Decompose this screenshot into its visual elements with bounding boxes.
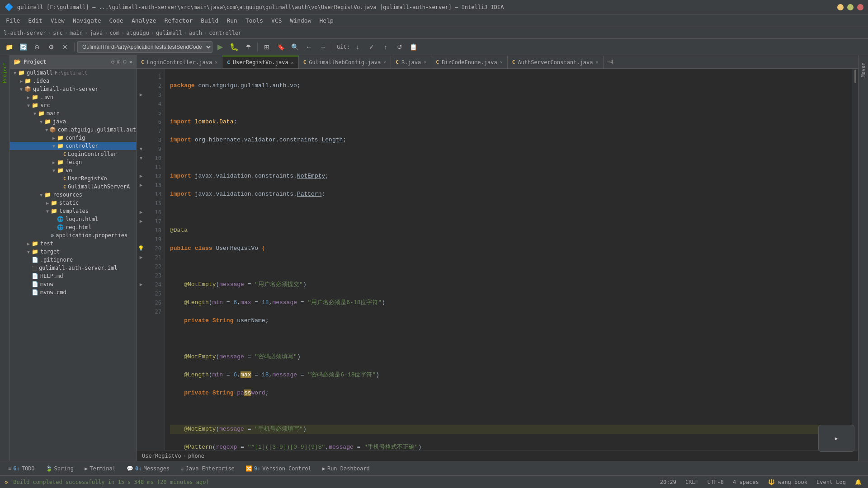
cursor-position[interactable]: 20:29	[658, 479, 678, 485]
breadcrumb-item[interactable]: src	[53, 30, 63, 36]
tree-item-login-html[interactable]: 🌐 login.html	[10, 215, 136, 223]
run-configuration-select[interactable]: GulimallThirdPartyApplicationTests.testS…	[77, 41, 212, 53]
toolbar-settings[interactable]: ⚙	[45, 41, 57, 53]
maximize-button[interactable]	[847, 4, 854, 10]
close-button[interactable]	[857, 4, 863, 10]
tree-item-gulimall[interactable]: ▼ 📁 gulimall F:\gulimall	[10, 69, 136, 77]
breadcrumb-class[interactable]: UserRegistVo	[142, 453, 181, 459]
menu-build[interactable]: Build	[197, 16, 222, 25]
sidebar-close-icon[interactable]: ✕	[129, 59, 132, 65]
run-with-coverage[interactable]: ☂	[242, 41, 255, 53]
gutter-fold-17[interactable]: ▶	[137, 217, 145, 226]
breadcrumb-item[interactable]: auth	[189, 30, 202, 36]
menu-view[interactable]: View	[47, 16, 68, 25]
gutter-fold-9[interactable]: ▼	[137, 145, 145, 154]
tab-java-enterprise[interactable]: ☕ Java Enterprise	[176, 463, 239, 474]
maven-tab[interactable]: Maven	[859, 59, 867, 81]
tree-item-reg-html[interactable]: 🌐 reg.html	[10, 223, 136, 231]
tree-item-test[interactable]: ▶ 📁 test	[10, 239, 136, 248]
tree-item-target[interactable]: ▼ 📁 target	[10, 248, 136, 256]
menu-tools[interactable]: Tools	[242, 16, 267, 25]
gutter-fold-1[interactable]	[137, 72, 145, 81]
tab-run-dashboard[interactable]: ▶ Run Dashboard	[318, 463, 374, 474]
gutter-fold-10[interactable]: ▼	[137, 154, 145, 163]
tab-messages[interactable]: 💬 0: Messages	[122, 463, 174, 474]
tree-item-iml[interactable]: ⬛ gulimall-auth-server.iml	[10, 264, 136, 272]
tab-bizcode[interactable]: C BizCodeEnume.java ✕	[431, 56, 507, 68]
tab-spring[interactable]: 🍃 Spring	[41, 463, 78, 474]
build-status[interactable]: Build completed successfully in 15 s 348…	[11, 479, 211, 485]
tree-item-auth-server[interactable]: ▼ 📦 gulimall-auth-server	[10, 85, 136, 93]
tab-gulimallwebconfig[interactable]: C GulimallWebConfig.java ✕	[299, 56, 392, 68]
breadcrumb-item[interactable]: java	[90, 30, 103, 36]
git-commit[interactable]: ✓	[365, 41, 378, 53]
menu-file[interactable]: File	[2, 16, 24, 25]
breadcrumb-item[interactable]: l-auth-server	[4, 30, 46, 36]
toolbar-back[interactable]: ←	[302, 41, 315, 53]
tab-close-authconstant[interactable]: ✕	[596, 60, 599, 65]
event-log[interactable]: Event Log	[815, 479, 848, 485]
indent[interactable]: 4 spaces	[731, 479, 761, 485]
tab-todo[interactable]: ≡ 6: TODO	[4, 463, 39, 474]
menu-edit[interactable]: Edit	[24, 16, 46, 25]
tab-r[interactable]: C R.java ✕	[391, 56, 431, 68]
git-user[interactable]: 🔱 wang_book	[766, 479, 809, 485]
tab-close-bizcode[interactable]: ✕	[500, 60, 503, 65]
toolbar-profiler[interactable]: ⊞	[260, 41, 273, 53]
gutter-fold-21[interactable]: ▶	[137, 253, 145, 262]
tree-item-java[interactable]: ▼ 📁 java	[10, 117, 136, 126]
tree-item-static[interactable]: ▶ 📁 static	[10, 199, 136, 207]
tab-userregistvo[interactable]: C UserRegistVo.java ✕	[222, 56, 298, 68]
tree-item-idea[interactable]: ▶ 📁 .idea	[10, 77, 136, 85]
sidebar-settings-icon[interactable]: ⚙	[111, 59, 114, 65]
git-push[interactable]: ↑	[379, 41, 392, 53]
debug-button[interactable]: 🐛	[228, 41, 241, 53]
menu-code[interactable]: Code	[106, 16, 127, 25]
gutter-fold-13[interactable]: ▶	[137, 181, 145, 190]
menu-window[interactable]: Window	[287, 16, 315, 25]
tree-item-mvnwcmd[interactable]: 📄 mvnw.cmd	[10, 288, 136, 296]
tree-item-config[interactable]: ▶ 📁 config	[10, 134, 136, 142]
tree-item-gitignore[interactable]: 📄 .gitignore	[10, 256, 136, 264]
breadcrumb-item[interactable]: atguigu	[126, 30, 149, 36]
tree-item-templates[interactable]: ▼ 📁 templates	[10, 207, 136, 215]
breadcrumb-item[interactable]: controller	[209, 30, 241, 36]
project-tree-toggle[interactable]: 📁	[3, 41, 15, 53]
menu-refactor[interactable]: Refactor	[161, 16, 197, 25]
git-history[interactable]: 📋	[407, 41, 420, 53]
tab-close-r[interactable]: ✕	[424, 60, 426, 65]
git-update[interactable]: ↓	[351, 41, 364, 53]
breadcrumb-item[interactable]: gulimall	[156, 30, 182, 36]
tree-item-feign[interactable]: ▶ 📁 feign	[10, 158, 136, 166]
tab-logincontroller[interactable]: C LoginController.java ✕	[137, 56, 222, 68]
tree-item-resources[interactable]: ▼ 📁 resources	[10, 191, 136, 199]
tab-version-control[interactable]: 🔀 9: Version Control	[241, 463, 316, 474]
breadcrumb-field[interactable]: phone	[188, 453, 204, 459]
gutter-fold-12[interactable]: ▶	[137, 172, 145, 181]
tree-item-mvnw[interactable]: 📄 mvnw	[10, 280, 136, 288]
menu-run[interactable]: Run	[223, 16, 241, 25]
tab-terminal[interactable]: ▶ Terminal	[80, 463, 120, 474]
gutter-fold-3[interactable]: ▶	[137, 90, 145, 99]
code-content[interactable]: package com.atguigu.gulimall.auth.vo; im…	[165, 69, 852, 450]
tree-item-logincontroller[interactable]: C LoginController	[10, 150, 136, 158]
tree-item-userregistvo[interactable]: C UserRegistVo	[10, 174, 136, 183]
tree-item-package[interactable]: ▼ 📦 com.atguigu.gulimall.aut	[10, 126, 136, 134]
tab-close-userregistvo[interactable]: ✕	[291, 60, 294, 65]
menu-vcs[interactable]: VCS	[268, 16, 285, 25]
toolbar-search[interactable]: 🔍	[288, 41, 301, 53]
gutter-fold-24[interactable]: ▶	[137, 280, 145, 289]
tree-item-src[interactable]: ▼ 📁 src	[10, 101, 136, 109]
toolbar-collapse[interactable]: ⊖	[31, 41, 43, 53]
run-button[interactable]: ▶	[214, 41, 226, 53]
notifications[interactable]: 🔔	[853, 479, 863, 485]
tree-item-mvn[interactable]: ▶ 📁 .mvn	[10, 93, 136, 101]
menu-help[interactable]: Help	[316, 16, 337, 25]
tab-authserverconstant[interactable]: C AuthServerConstant.java ✕	[508, 56, 604, 68]
tree-item-helpmd[interactable]: 📄 HELP.md	[10, 272, 136, 280]
encoding[interactable]: UTF-8	[706, 479, 726, 485]
tree-item-appprops[interactable]: ⚙ application.properties	[10, 231, 136, 239]
tab-close-login[interactable]: ✕	[215, 60, 217, 65]
minimize-button[interactable]	[837, 4, 844, 10]
tree-item-main[interactable]: ▼ 📁 main	[10, 109, 136, 117]
